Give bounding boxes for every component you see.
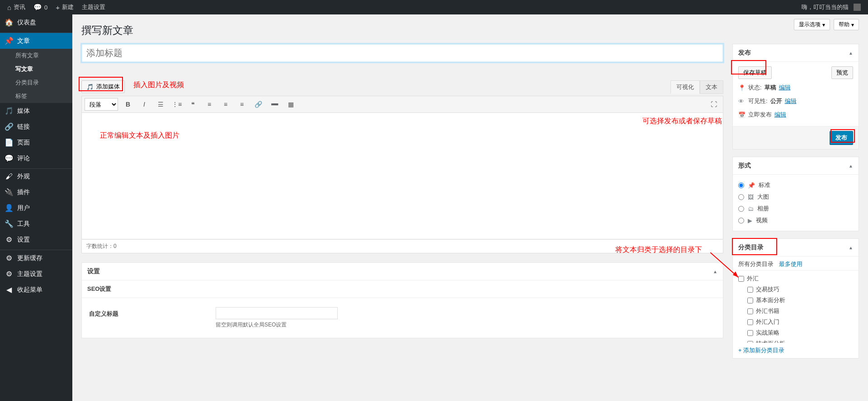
edit-schedule-link[interactable]: 编辑 bbox=[774, 111, 786, 119]
menu-tools[interactable]: 🔧工具 bbox=[0, 216, 72, 232]
custom-title-label: 自定义标题 bbox=[89, 307, 207, 318]
box-title: 发布 bbox=[738, 49, 751, 57]
preview-button[interactable]: 预览 bbox=[831, 66, 853, 79]
format-icon: 📌 bbox=[748, 182, 755, 189]
menu-posts[interactable]: 📌文章 bbox=[0, 33, 72, 49]
menu-appearance[interactable]: 🖌外观 bbox=[0, 169, 72, 184]
menu-theme-settings[interactable]: ⚙主题设置 bbox=[0, 266, 72, 282]
post-title-input[interactable] bbox=[81, 44, 723, 62]
category-item[interactable]: 外汇书籍 bbox=[738, 306, 853, 317]
menu-plugins[interactable]: 🔌插件 bbox=[0, 184, 72, 200]
category-checkbox[interactable] bbox=[747, 287, 753, 293]
format-radio[interactable] bbox=[738, 218, 744, 224]
tab-visual[interactable]: 可视化 bbox=[670, 80, 700, 94]
format-select[interactable]: 段落 bbox=[85, 98, 118, 111]
italic-button[interactable]: I bbox=[138, 98, 151, 111]
menu-collapse[interactable]: ◀收起菜单 bbox=[0, 282, 72, 298]
format-radio[interactable] bbox=[738, 194, 744, 200]
menu-links[interactable]: 🔗链接 bbox=[0, 119, 72, 135]
tab-all-categories[interactable]: 所有分类目录 bbox=[738, 260, 774, 268]
site-link[interactable]: ⌂资讯 bbox=[4, 0, 29, 14]
submenu-all-posts[interactable]: 所有文章 bbox=[0, 49, 72, 62]
admin-sidebar: 🏠仪表盘 📌文章 所有文章 写文章 分类目录 标签 🎵媒体 🔗链接 📄页面 💬评… bbox=[0, 14, 72, 401]
align-left-button[interactable]: ≡ bbox=[203, 98, 216, 111]
format-option[interactable]: ▶ 视频 bbox=[738, 214, 853, 226]
tab-most-used[interactable]: 最多使用 bbox=[779, 260, 802, 268]
menu-users[interactable]: 👤用户 bbox=[0, 200, 72, 216]
menu-update-cache[interactable]: ⚙更新缓存 bbox=[0, 250, 72, 266]
bullet-list-button[interactable]: ☰ bbox=[154, 98, 167, 111]
wrench-icon: 🔧 bbox=[5, 219, 14, 228]
category-checkbox[interactable] bbox=[747, 308, 753, 314]
fullscreen-button[interactable]: ⛶ bbox=[708, 98, 720, 111]
category-item[interactable]: 基本面分析 bbox=[738, 295, 853, 306]
publish-button[interactable]: 发布 bbox=[830, 131, 853, 145]
new-label: 新建 bbox=[62, 3, 74, 11]
align-center-button[interactable]: ≡ bbox=[219, 98, 232, 111]
align-right-button[interactable]: ≡ bbox=[236, 98, 248, 111]
edit-visibility-link[interactable]: 编辑 bbox=[785, 97, 797, 105]
category-item[interactable]: 交易技巧 bbox=[738, 284, 853, 295]
category-label: 实战策略 bbox=[756, 329, 779, 337]
comments-link[interactable]: 💬0 bbox=[30, 0, 51, 14]
category-list[interactable]: 外汇 交易技巧 基本面分析 外汇书籍 外汇入门 实战策略 技术面分析 文章分类 bbox=[733, 270, 859, 343]
toggle-icon[interactable]: ▲ bbox=[849, 163, 853, 168]
save-draft-button[interactable]: 保存草稿 bbox=[738, 66, 772, 79]
chevron-down-icon: ▾ bbox=[851, 22, 854, 28]
category-item[interactable]: 技术面分析 bbox=[738, 338, 853, 343]
submenu-categories[interactable]: 分类目录 bbox=[0, 76, 72, 89]
gear-icon: ⚙ bbox=[5, 254, 14, 262]
category-label: 外汇书籍 bbox=[756, 307, 779, 315]
toggle-icon[interactable]: ▲ bbox=[713, 269, 717, 274]
more-button[interactable]: ➖ bbox=[268, 98, 281, 111]
format-radio[interactable] bbox=[738, 206, 744, 212]
menu-label: 文章 bbox=[17, 37, 30, 45]
submenu-tags[interactable]: 标签 bbox=[0, 89, 72, 103]
submenu-new-post[interactable]: 写文章 bbox=[0, 62, 72, 76]
format-icon: 🗂 bbox=[748, 205, 754, 212]
category-label: 技术面分析 bbox=[756, 340, 785, 343]
screen-options-button[interactable]: 显示选项 ▾ bbox=[794, 19, 830, 30]
theme-settings-link[interactable]: 主题设置 bbox=[78, 0, 109, 14]
button-label: 显示选项 bbox=[799, 21, 821, 28]
category-checkbox[interactable] bbox=[747, 341, 753, 343]
category-checkbox[interactable] bbox=[738, 276, 744, 282]
category-checkbox[interactable] bbox=[747, 330, 753, 336]
category-checkbox[interactable] bbox=[747, 319, 753, 325]
format-option[interactable]: 🗂 相册 bbox=[738, 203, 853, 214]
toolbar-toggle-button[interactable]: ▦ bbox=[284, 98, 297, 111]
menu-media[interactable]: 🎵媒体 bbox=[0, 103, 72, 119]
category-item[interactable]: 外汇 bbox=[738, 273, 853, 284]
format-option[interactable]: 📌 标准 bbox=[738, 179, 853, 191]
menu-settings[interactable]: ⚙设置 bbox=[0, 232, 72, 247]
custom-title-input[interactable] bbox=[216, 307, 338, 319]
editor-content[interactable]: 正常编辑文本及插入图片 bbox=[81, 113, 723, 239]
help-button[interactable]: 帮助 ▾ bbox=[834, 19, 859, 30]
edit-status-link[interactable]: 编辑 bbox=[779, 84, 791, 92]
category-item[interactable]: 实战策略 bbox=[738, 327, 853, 338]
format-icon: ▶ bbox=[748, 217, 752, 224]
bold-button[interactable]: B bbox=[122, 98, 134, 111]
category-label: 外汇 bbox=[747, 275, 759, 283]
menu-dashboard[interactable]: 🏠仪表盘 bbox=[0, 14, 72, 30]
status-value: 草稿 bbox=[764, 84, 776, 92]
numbered-list-button[interactable]: ⋮≡ bbox=[170, 98, 183, 111]
category-checkbox[interactable] bbox=[747, 298, 753, 303]
toggle-icon[interactable]: ▲ bbox=[849, 245, 853, 250]
menu-comments[interactable]: 💬评论 bbox=[0, 150, 72, 166]
link-button[interactable]: 🔗 bbox=[252, 98, 264, 111]
editor-toolbar: 段落 B I ☰ ⋮≡ ❝ ≡ ≡ ≡ 🔗 ➖ ▦ ⛶ bbox=[81, 96, 723, 113]
button-label: 帮助 bbox=[839, 21, 849, 28]
add-category-link[interactable]: + 添加新分类目录 bbox=[733, 343, 859, 358]
quote-button[interactable]: ❝ bbox=[187, 98, 199, 111]
menu-pages[interactable]: 📄页面 bbox=[0, 135, 72, 150]
new-link[interactable]: +新建 bbox=[52, 0, 77, 14]
theme-label: 主题设置 bbox=[82, 3, 105, 11]
format-radio[interactable] bbox=[738, 182, 744, 188]
add-media-button[interactable]: 🎵添加媒体 bbox=[81, 80, 125, 93]
format-option[interactable]: 🖼 大图 bbox=[738, 191, 853, 203]
tab-text[interactable]: 文本 bbox=[700, 80, 723, 94]
category-item[interactable]: 外汇入门 bbox=[738, 317, 853, 327]
user-greeting[interactable]: 嗨，叮叮当当的猫 bbox=[798, 0, 864, 14]
toggle-icon[interactable]: ▲ bbox=[849, 51, 853, 56]
